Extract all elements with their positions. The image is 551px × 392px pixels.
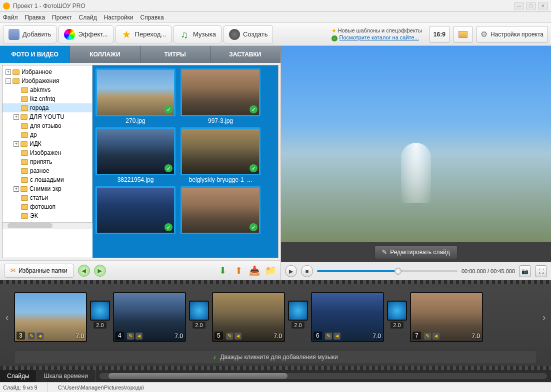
thumbnail-grid[interactable]: ✓270.jpg✓997-3.jpg✓38221954.jpg✓belgiysk… — [92, 65, 278, 258]
folder-icon[interactable]: 📁 — [264, 265, 276, 277]
pencil-icon[interactable]: ✎ — [127, 333, 134, 340]
pencil-icon[interactable]: ✎ — [424, 333, 431, 340]
timeline-next[interactable]: › — [539, 288, 549, 346]
star-icon: ★ — [332, 27, 336, 33]
favorite-folders-button[interactable]: ✉Избранные папки — [4, 264, 74, 278]
menu-file[interactable]: Файл — [3, 14, 18, 21]
thumbnail[interactable]: ✓ — [180, 186, 260, 235]
tab-collages[interactable]: КОЛЛАЖИ — [70, 46, 140, 63]
tree-node[interactable]: для отзыво — [2, 121, 92, 130]
music-note-icon: ♫ — [179, 29, 190, 40]
slide-card[interactable]: 4✎◄7.0 — [113, 292, 186, 342]
thumbnail[interactable]: ✓38221954.jpg — [96, 127, 176, 183]
palette-icon — [64, 29, 75, 40]
tree-node[interactable]: статьи — [2, 193, 92, 202]
slide-card[interactable]: 7✎◄7.0 — [410, 292, 483, 342]
snapshot-button[interactable]: 📷 — [519, 265, 531, 277]
tree-node[interactable]: +Снимки экр — [2, 184, 92, 193]
tree-scrollbar[interactable] — [2, 222, 92, 229]
star-icon: ★ — [121, 29, 132, 40]
pencil-icon[interactable]: ✎ — [28, 333, 35, 340]
preview-image[interactable] — [281, 46, 551, 242]
menu-settings[interactable]: Настройки — [104, 14, 134, 21]
upload-icon[interactable]: ⬆ — [232, 265, 244, 277]
tree-node[interactable]: разное — [2, 166, 92, 175]
check-icon: ✓ — [164, 105, 172, 113]
tree-node[interactable]: −Изображения — [2, 76, 92, 85]
tree-node[interactable]: +ДЛЯ YOUTU — [2, 112, 92, 121]
timeline-scrollbar[interactable] — [96, 370, 551, 382]
transition-card[interactable]: 2.0 — [89, 301, 111, 334]
arrow-left-icon[interactable]: ◄ — [136, 333, 142, 340]
transitions-button[interactable]: ★Переход... — [116, 25, 172, 43]
tab-titles[interactable]: ТИТРЫ — [140, 46, 210, 63]
tree-node[interactable]: lkz cnfntq — [2, 94, 92, 103]
preview-area — [281, 46, 551, 242]
playback-slider[interactable] — [317, 270, 458, 272]
tree-node[interactable]: abkmvs — [2, 85, 92, 94]
project-settings-button[interactable]: ⚙Настройки проекта — [476, 26, 548, 43]
tab-timeline[interactable]: Шкала времени — [37, 370, 96, 382]
slide-card[interactable]: 5✎◄7.0 — [212, 292, 285, 342]
status-slide: Слайд: 9 из 9 — [3, 385, 38, 391]
thumbnail[interactable]: ✓270.jpg — [96, 68, 176, 124]
tree-node[interactable]: припять — [2, 157, 92, 166]
edit-slide-button[interactable]: ✎Редактировать слайд — [374, 245, 458, 259]
slide-card[interactable]: 6✎◄7.0 — [311, 292, 384, 342]
tree-node[interactable]: +Избранное — [2, 67, 92, 76]
create-button[interactable]: Создать — [224, 25, 273, 43]
arrow-left-icon[interactable]: ◄ — [334, 333, 340, 340]
timeline-prev[interactable]: ‹ — [2, 288, 12, 346]
stop-button[interactable]: ■ — [301, 265, 313, 277]
transition-card[interactable]: 2.0 — [386, 301, 408, 334]
menu-edit[interactable]: Правка — [25, 14, 46, 21]
pencil-icon[interactable]: ✎ — [325, 333, 332, 340]
tree-node[interactable]: Изображен — [2, 148, 92, 157]
tab-slides[interactable]: Слайды — [0, 370, 37, 382]
pencil-icon[interactable]: ✎ — [226, 333, 233, 340]
arrow-left-icon[interactable]: ◄ — [234, 333, 242, 340]
app-icon — [3, 2, 10, 9]
music-track[interactable]: ♪Дважды кликните для добавления музыки — [15, 350, 536, 364]
thumbnail[interactable]: ✓997-3.jpg — [180, 68, 260, 124]
timeline: ‹ 3✎◄7.02.04✎◄7.02.05✎◄7.02.06✎◄7.02.07✎… — [0, 280, 551, 370]
music-button[interactable]: ♫Музыка — [174, 25, 222, 43]
transition-card[interactable]: 2.0 — [188, 301, 210, 334]
tab-photo-video[interactable]: ФОТО И ВИДЕО — [0, 46, 70, 63]
download-icon[interactable]: ⬇ — [216, 265, 228, 277]
nav-forward-button[interactable]: ► — [94, 265, 106, 277]
import-icon[interactable]: 📥 — [248, 265, 260, 277]
thumbnail[interactable]: ✓ — [96, 186, 176, 235]
tree-node[interactable]: фотошоп — [2, 202, 92, 211]
tree-node[interactable]: +ИДК — [2, 139, 92, 148]
transition-card[interactable]: 2.0 — [287, 301, 309, 334]
menubar: Файл Правка Проект Слайд Настройки Справ… — [0, 12, 551, 23]
tree-node[interactable]: ЭК — [2, 211, 92, 220]
film-reel-icon — [229, 29, 240, 40]
check-icon: ✓ — [250, 164, 258, 172]
tree-node[interactable]: др — [2, 130, 92, 139]
effects-button[interactable]: Эффект... — [58, 25, 113, 43]
fullscreen-button[interactable]: ⛶ — [535, 265, 547, 277]
catalog-link[interactable]: Посмотрите каталог на сайте... — [340, 34, 419, 40]
tab-intros[interactable]: ЗАСТАВКИ — [210, 46, 280, 63]
menu-help[interactable]: Справка — [140, 14, 164, 21]
menu-slide[interactable]: Слайд — [79, 14, 97, 21]
globe-icon — [332, 35, 338, 41]
nav-back-button[interactable]: ◄ — [78, 265, 90, 277]
slide-card[interactable]: 3✎◄7.0 — [14, 292, 87, 342]
tree-node[interactable]: города — [2, 103, 92, 112]
aspect-ratio-button[interactable]: 16:9 — [429, 26, 450, 43]
maximize-button[interactable]: □ — [526, 2, 536, 9]
arrow-left-icon[interactable]: ◄ — [36, 333, 44, 340]
add-button[interactable]: Добавить — [3, 25, 56, 43]
folder-tree[interactable]: +Избранное−Изображенияabkmvslkz cnfntqго… — [2, 65, 92, 222]
background-button[interactable] — [453, 26, 473, 43]
menu-project[interactable]: Проект — [52, 14, 72, 21]
thumbnail[interactable]: ✓belgiyskiy-bryugge-1_... — [180, 127, 260, 183]
minimize-button[interactable]: — — [514, 2, 524, 9]
tree-node[interactable]: с лошадьми — [2, 175, 92, 184]
close-button[interactable]: ✕ — [538, 2, 548, 9]
play-button[interactable]: ▶ — [285, 265, 297, 277]
arrow-left-icon[interactable]: ◄ — [432, 333, 440, 340]
